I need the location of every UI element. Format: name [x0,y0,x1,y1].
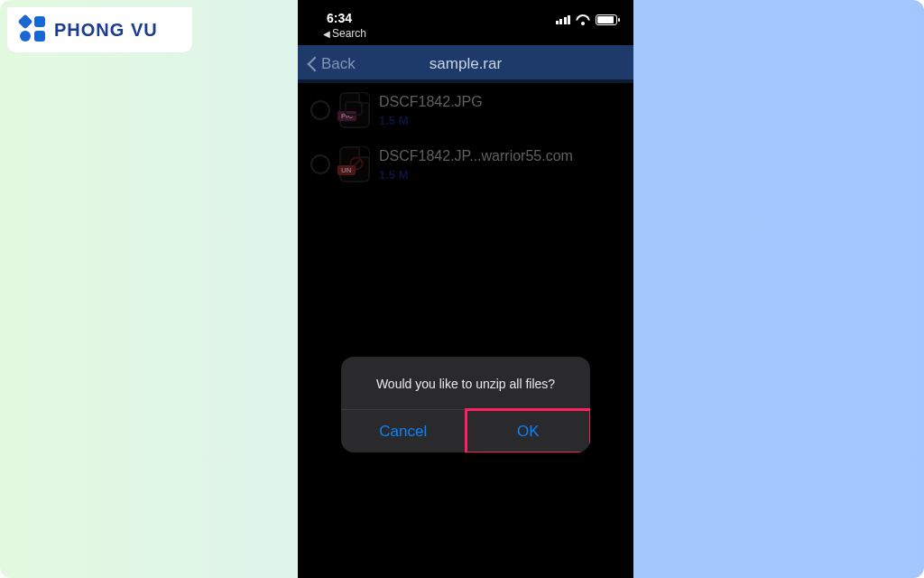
battery-icon [596,14,617,25]
chevron-left-small-icon: ◀ [323,29,330,39]
status-time: 6:34 [327,11,352,25]
file-type-pic-icon: PIC [339,92,370,128]
file-list: PIC DSCF1842.JPG 1.5 M UN DSCF1842.JP...… [298,83,633,191]
alert-message: Would you like to unzip all files? [341,357,590,409]
file-type-tag: PIC [337,111,356,121]
phone-frame: 6:34 ◀ Search Back sample.rar PIC [298,0,633,578]
status-bar: 6:34 [298,0,633,27]
wifi-icon [576,14,590,25]
list-item[interactable]: PIC DSCF1842.JPG 1.5 M [298,83,633,137]
back-button[interactable]: Back [307,55,356,73]
file-size: 1.5 M [379,168,573,182]
canvas: PHONG VU 6:34 ◀ Search Back sample.rar [0,0,924,578]
brand-card: PHONG VU [7,7,192,52]
cancel-button[interactable]: Cancel [341,410,466,452]
ok-label: OK [517,423,540,441]
brand-name: PHONG VU [54,20,158,41]
file-name: DSCF1842.JPG [379,94,483,110]
cellular-icon [556,15,571,24]
breadcrumb-label: Search [332,27,366,40]
select-radio[interactable] [310,100,330,120]
brand-logo-icon [20,16,47,43]
back-label: Back [321,55,356,73]
nav-bar: Back sample.rar [298,45,633,83]
file-name: DSCF1842.JP...warrior55.com [379,148,573,164]
select-radio[interactable] [310,154,330,174]
unzip-alert: Would you like to unzip all files? Cance… [341,357,590,452]
breadcrumb-back-search[interactable]: ◀ Search [298,27,633,45]
ok-button[interactable]: OK [466,410,591,452]
list-item[interactable]: UN DSCF1842.JP...warrior55.com 1.5 M [298,137,633,191]
file-type-tag: UN [337,165,356,175]
file-type-blocked-icon: UN [339,146,370,182]
chevron-left-icon [307,56,318,72]
file-size: 1.5 M [379,114,483,127]
